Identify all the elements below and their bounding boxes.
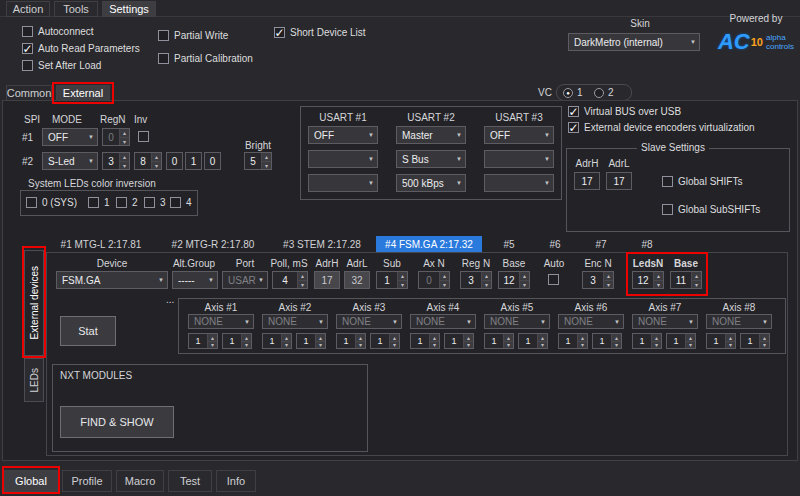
sysleds-3-checkbox[interactable]: 3 <box>144 197 166 208</box>
axis-7-spinner-a[interactable]: 1▴▾ <box>632 333 662 349</box>
axis-7-select[interactable]: NONE▼ <box>632 314 698 329</box>
checkbox-box[interactable]: ✓ <box>568 122 579 133</box>
axis-2-spinner-a[interactable]: 1▴▾ <box>262 333 292 349</box>
autoconnect-checkbox[interactable]: Autoconnect <box>22 26 94 37</box>
spin-up-icon[interactable]: ▴ <box>482 272 491 281</box>
usart3-opt3-select[interactable]: ▼ <box>484 174 554 192</box>
vc-radio-2[interactable] <box>594 88 604 98</box>
axis-5-spinner-a[interactable]: 1▴▾ <box>484 333 514 349</box>
spin-down-icon[interactable]: ▾ <box>604 281 613 289</box>
checkbox-box[interactable] <box>662 176 673 187</box>
usart1-opt3-select[interactable]: ▼ <box>308 174 378 192</box>
sysleds-4-checkbox[interactable]: 4 <box>170 197 192 208</box>
spinner-buttons[interactable]: ▴▾ <box>119 129 129 145</box>
spinner-buttons[interactable]: ▴▾ <box>281 334 291 348</box>
axis-4-spinner-b[interactable]: 1▴▾ <box>444 333 474 349</box>
spin-down-icon[interactable]: ▾ <box>390 342 399 349</box>
checkbox-box[interactable]: ✓ <box>568 106 579 117</box>
global-shifts-checkbox[interactable]: Global SHIFTs <box>662 176 742 187</box>
spinner-buttons[interactable]: ▴▾ <box>725 334 735 348</box>
tab-common[interactable]: Common <box>6 85 52 101</box>
spin-up-icon[interactable]: ▴ <box>692 272 701 281</box>
spin-up-icon[interactable]: ▴ <box>440 272 449 281</box>
checkbox-box[interactable] <box>88 197 99 208</box>
spin-down-icon[interactable]: ▾ <box>726 342 735 349</box>
spinner-buttons[interactable]: ▴▾ <box>151 153 161 169</box>
spinner-buttons[interactable]: ▴▾ <box>429 334 439 348</box>
axis-7-spinner-b[interactable]: 1▴▾ <box>666 333 696 349</box>
spin-down-icon[interactable]: ▾ <box>692 281 701 289</box>
spin-up-icon[interactable]: ▴ <box>760 334 769 342</box>
spinner-buttons[interactable]: ▴▾ <box>119 153 129 169</box>
spin-down-icon[interactable]: ▾ <box>538 342 547 349</box>
spinner-buttons[interactable]: ▴▾ <box>463 334 473 348</box>
spinner-buttons[interactable]: ▴▾ <box>481 272 491 288</box>
spin-down-icon[interactable]: ▾ <box>242 342 251 349</box>
sub-spinner[interactable]: 1▴▾ <box>376 271 408 289</box>
spin-up-icon[interactable]: ▴ <box>298 272 307 281</box>
usart2-protocol-select[interactable]: S Bus▼ <box>396 150 466 168</box>
spin-down-icon[interactable]: ▾ <box>208 342 217 349</box>
axis-6-select[interactable]: NONE▼ <box>558 314 624 329</box>
spin-up-icon[interactable]: ▴ <box>520 272 529 281</box>
spin-up-icon[interactable]: ▴ <box>686 334 695 342</box>
checkbox-box[interactable] <box>170 197 181 208</box>
bright-spinner[interactable]: 5 ▴▾ <box>244 152 272 170</box>
checkbox-box[interactable]: ✓ <box>22 43 33 54</box>
spin-up-icon[interactable]: ▴ <box>390 334 399 342</box>
checkbox-box[interactable] <box>144 197 155 208</box>
spinner-buttons[interactable]: ▴▾ <box>439 272 449 288</box>
bottom-tab-test[interactable]: Test <box>168 470 212 492</box>
stat-button[interactable]: Stat <box>60 316 116 346</box>
usart2-mode-select[interactable]: Master▼ <box>396 126 466 144</box>
usart3-mode-select[interactable]: OFF▼ <box>484 126 554 144</box>
spin-down-icon[interactable]: ▾ <box>760 342 769 349</box>
spinner-buttons[interactable]: ▴▾ <box>611 334 621 348</box>
menu-tab-settings[interactable]: Settings <box>102 1 156 17</box>
spinner-buttons[interactable]: ▴▾ <box>519 272 529 288</box>
checkbox-box[interactable] <box>662 204 673 215</box>
device-tab-3[interactable]: #3 STEM 2:17.28 <box>270 236 374 253</box>
spin-up-icon[interactable]: ▴ <box>464 334 473 342</box>
spin-down-icon[interactable]: ▾ <box>120 162 129 170</box>
spi2-bit1-field[interactable]: 0 <box>166 152 183 170</box>
spinner-buttons[interactable]: ▴▾ <box>355 334 365 348</box>
global-subshifts-checkbox[interactable]: Global SubSHIFTs <box>662 204 760 215</box>
spin-down-icon[interactable]: ▾ <box>612 342 621 349</box>
spinner-buttons[interactable]: ▴▾ <box>397 272 407 288</box>
usart3-opt2-select[interactable]: ▼ <box>484 150 554 168</box>
tab-external[interactable]: External <box>56 85 110 101</box>
spinner-buttons[interactable]: ▴▾ <box>603 272 613 288</box>
vc-radio-1[interactable]: ● <box>563 88 573 98</box>
bottom-tab-global[interactable]: Global <box>4 470 58 492</box>
spinner-buttons[interactable]: ▴▾ <box>651 334 661 348</box>
spin-down-icon[interactable]: ▾ <box>686 342 695 349</box>
spin-up-icon[interactable]: ▴ <box>208 334 217 342</box>
find-show-button[interactable]: FIND & SHOW <box>60 406 174 438</box>
axis-8-select[interactable]: NONE▼ <box>706 314 772 329</box>
base-spinner[interactable]: 12▴▾ <box>498 271 530 289</box>
spin-up-icon[interactable]: ▴ <box>612 334 621 342</box>
checkbox-box[interactable] <box>548 274 559 285</box>
spinner-buttons[interactable]: ▴▾ <box>315 334 325 348</box>
checkbox-box[interactable] <box>22 26 33 37</box>
axis-3-spinner-b[interactable]: 1▴▾ <box>370 333 400 349</box>
device-tab-7[interactable]: #7 <box>580 236 622 253</box>
checkbox-box[interactable]: ✓ <box>274 27 285 38</box>
spinner-buttons[interactable]: ▴▾ <box>297 272 307 288</box>
bottom-tab-profile[interactable]: Profile <box>62 470 112 492</box>
ledsbase-spinner[interactable]: 11▴▾ <box>670 271 702 289</box>
slave-adrh-field[interactable]: 17 <box>574 172 600 190</box>
ledsn-spinner[interactable]: 12▴▾ <box>632 271 664 289</box>
device-tab-4[interactable]: #4 FSM.GA 2:17.32 <box>376 236 482 253</box>
spin-up-icon[interactable]: ▴ <box>726 334 735 342</box>
spin-up-icon[interactable]: ▴ <box>120 153 129 162</box>
spin-up-icon[interactable]: ▴ <box>604 272 613 281</box>
spin-down-icon[interactable]: ▾ <box>578 342 587 349</box>
usart1-mode-select[interactable]: OFF▼ <box>308 126 378 144</box>
device-select[interactable]: FSM.GA▼ <box>56 271 168 289</box>
bottom-tab-info[interactable]: Info <box>216 470 256 492</box>
spin-down-icon[interactable]: ▾ <box>504 342 513 349</box>
axis-4-select[interactable]: NONE▼ <box>410 314 476 329</box>
spi1-regn-spinner[interactable]: 0 ▴▾ <box>102 128 130 146</box>
